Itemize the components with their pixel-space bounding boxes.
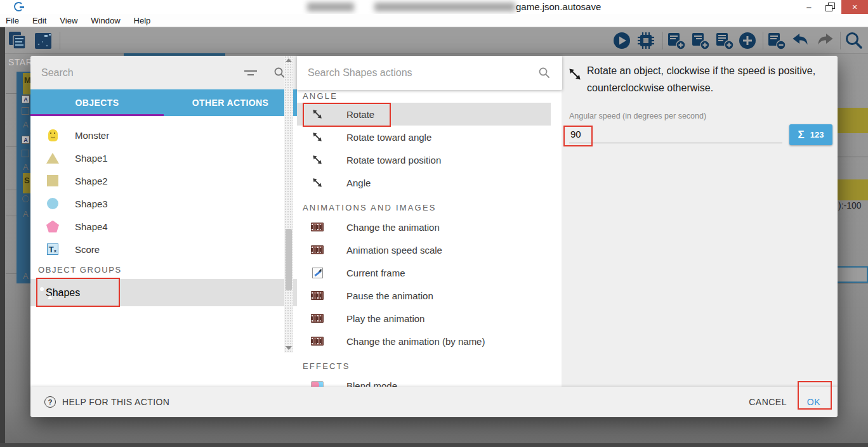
menu-file[interactable]: File [6,16,19,25]
comment-row-fragment: S [23,173,30,193]
action-item-play-animation[interactable]: Play the animation [297,307,562,330]
section-header-angle: ANGLE [297,90,562,103]
scene-editor-icon[interactable] [33,30,53,51]
objects-search-input[interactable] [30,67,244,79]
toolbar-separator [840,32,841,49]
search-icon[interactable] [538,67,551,79]
tree-line [6,273,16,274]
action-config-panel: Rotate an object, clockwise if the speed… [562,56,838,387]
rotate-arrow-icon [567,66,583,82]
action-item-rotate-toward-angle[interactable]: Rotate toward angle [297,126,562,148]
list-item-shapes-group[interactable]: Shapes [30,279,297,306]
add-comment-icon[interactable] [714,30,735,51]
list-item-shape4[interactable]: Shape4 [30,215,297,238]
action-item-rotate[interactable]: Rotate [297,103,551,126]
menu-view[interactable]: View [60,16,77,25]
filter-icon[interactable] [244,69,257,77]
film-icon [311,314,324,323]
dialog-footer: ? HELP FOR THIS ACTION CANCEL OK [30,387,838,417]
row-divider [838,157,868,157]
project-manager-icon[interactable] [8,30,28,51]
toolbar-separator [763,32,763,49]
window-bottom-edge [0,443,868,447]
row-divider [838,283,868,284]
redacted-title-block [307,3,354,11]
add-subevent-icon[interactable] [690,30,711,51]
film-icon [311,291,324,300]
section-header-effects: EFFECTS [297,358,562,374]
comment-row-fragment: M [23,73,30,94]
checkbox-fragment [22,107,29,115]
section-header-animations: ANIMATIONS AND IMAGES [297,199,562,216]
menu-edit[interactable]: Edit [32,16,46,25]
angular-speed-input[interactable] [569,126,782,143]
list-item-shape2[interactable]: Shape2 [30,169,297,192]
add-link-fragment: A [23,271,29,281]
action-item-pause-animation[interactable]: Pause the animation [297,284,562,307]
film-icon [311,245,324,254]
circle-icon [47,198,58,209]
object-label: Shape4 [75,221,108,232]
action-label: Animation speed scale [346,245,442,256]
tab-other-actions[interactable]: OTHER ACTIONS [164,89,297,116]
redo-icon[interactable] [815,30,835,51]
close-button[interactable]: × [841,0,868,14]
action-editor-dialog: OBJECTS OTHER ACTIONS Monster Shape1 Sha… [30,56,838,417]
actions-scrollbar[interactable] [284,56,293,353]
menu-bar: File Edit View Window Help [0,14,868,27]
action-label: Rotate [346,109,374,120]
action-item-angle[interactable]: Angle [297,171,562,194]
action-label: Change the animation (by name) [346,336,485,347]
tab-objects[interactable]: OBJECTS [30,89,164,116]
list-item-shape3[interactable]: Shape3 [30,192,297,215]
action-item-current-frame[interactable]: Current frame [297,261,562,284]
scroll-down-icon[interactable] [286,346,292,350]
scroll-up-icon[interactable] [286,58,292,62]
object-label: Shape1 [75,153,108,164]
action-item-rotate-toward-position[interactable]: Rotate toward position [297,148,562,171]
undo-icon[interactable] [791,30,811,51]
list-item-shape1[interactable]: Shape1 [30,146,297,169]
objects-list: Monster Shape1 Shape2 Shape3 Shape4 Scor… [30,116,297,387]
search-toolbar-icon[interactable] [844,30,864,51]
menu-window[interactable]: Window [91,16,120,25]
scrollbar-thumb[interactable] [286,229,292,290]
debug-icon[interactable] [636,30,656,51]
action-item-change-animation-by-name[interactable]: Change the animation (by name) [297,330,562,353]
comment-row-fragment [838,108,868,133]
tree-line [6,93,16,94]
redacted-title-block [374,3,515,11]
minimize-button[interactable]: − [798,0,820,14]
monster-icon [48,129,58,141]
object-label: Score [75,244,100,255]
rotate-arrow-icon [311,153,324,166]
help-for-this-action-link[interactable]: ? HELP FOR THIS ACTION [44,387,169,417]
actions-search-input[interactable] [297,67,538,79]
menu-help[interactable]: Help [134,16,151,25]
restore-button[interactable] [820,0,841,14]
play-preview-icon[interactable] [612,30,632,51]
help-icon: ? [44,396,56,408]
rotate-arrow-icon [311,176,324,189]
action-label: Pause the animation [346,290,433,301]
square-icon [47,175,58,186]
help-label: HELP FOR THIS ACTION [62,397,169,407]
field-label: Angular speed (in degrees per second) [569,112,706,120]
toolbar-separator [662,32,663,49]
add-circle-icon[interactable] [737,30,758,51]
ok-button[interactable]: OK [807,387,820,417]
list-item-score[interactable]: Score [30,238,297,261]
action-item-change-animation[interactable]: Change the animation [297,216,562,238]
cancel-button[interactable]: CANCEL [749,387,787,417]
add-link-fragment: A [23,209,29,219]
action-text-fragment: ):-100 [838,200,862,211]
action-item-animation-speed-scale[interactable]: Animation speed scale [297,238,562,261]
add-event-icon[interactable] [666,30,687,51]
action-label: Rotate toward position [346,155,441,165]
gdevelop-logo-icon [14,2,23,11]
action-item-blend-mode[interactable]: Blend mode [297,374,562,387]
expression-editor-button[interactable]: Σ 123 [789,124,832,145]
delete-event-icon[interactable] [766,30,787,51]
objects-tab-bar: OBJECTS OTHER ACTIONS [30,89,297,116]
list-item-monster[interactable]: Monster [30,124,297,146]
